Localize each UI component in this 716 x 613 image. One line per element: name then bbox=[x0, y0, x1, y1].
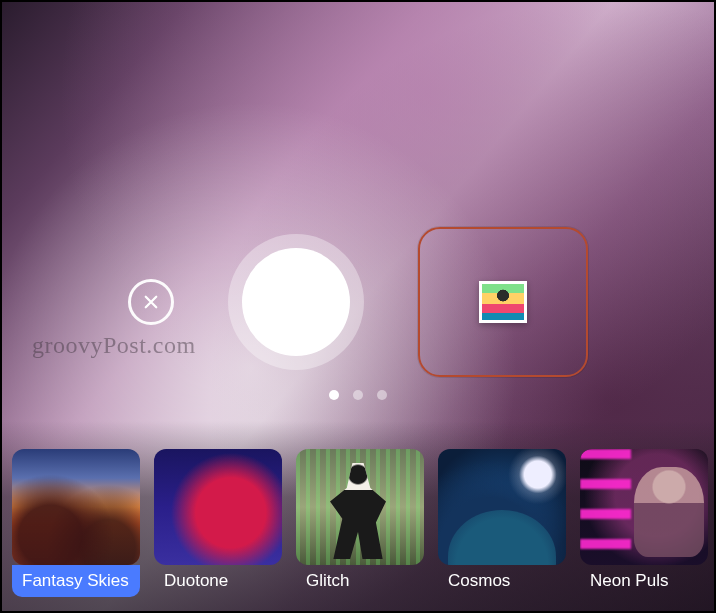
filter-thumb-cosmos bbox=[438, 449, 566, 565]
filter-item-glitch[interactable]: Glitch bbox=[296, 449, 424, 597]
filter-label: Neon Puls bbox=[580, 565, 708, 597]
filter-thumb-glitch bbox=[296, 449, 424, 565]
close-icon bbox=[142, 293, 160, 311]
page-indicator[interactable] bbox=[2, 390, 714, 400]
filter-carousel[interactable]: Fantasy SkiesDuotoneGlitchCosmosNeon Pul… bbox=[2, 421, 714, 611]
filter-item-neon-pulse[interactable]: Neon Puls bbox=[580, 449, 708, 597]
filter-thumb-neon-pulse bbox=[580, 449, 708, 565]
gallery-button[interactable] bbox=[418, 227, 588, 377]
filter-label: Duotone bbox=[154, 565, 282, 597]
filter-label: Cosmos bbox=[438, 565, 566, 597]
page-dot-0[interactable] bbox=[329, 390, 339, 400]
page-dot-1[interactable] bbox=[353, 390, 363, 400]
page-dot-2[interactable] bbox=[377, 390, 387, 400]
filter-label: Glitch bbox=[296, 565, 424, 597]
camera-app: groovyPost.com Fantasy SkiesDuotoneGlitc… bbox=[0, 0, 716, 613]
filter-label: Fantasy Skies bbox=[12, 565, 140, 597]
filter-thumb-fantasy-skies bbox=[12, 449, 140, 565]
gallery-thumbnail-icon bbox=[479, 281, 527, 323]
close-button[interactable] bbox=[128, 279, 174, 325]
capture-controls bbox=[2, 227, 714, 377]
filter-thumb-duotone bbox=[154, 449, 282, 565]
shutter-button[interactable] bbox=[242, 248, 350, 356]
filter-item-duotone[interactable]: Duotone bbox=[154, 449, 282, 597]
filter-item-fantasy-skies[interactable]: Fantasy Skies bbox=[12, 449, 140, 597]
filter-item-cosmos[interactable]: Cosmos bbox=[438, 449, 566, 597]
